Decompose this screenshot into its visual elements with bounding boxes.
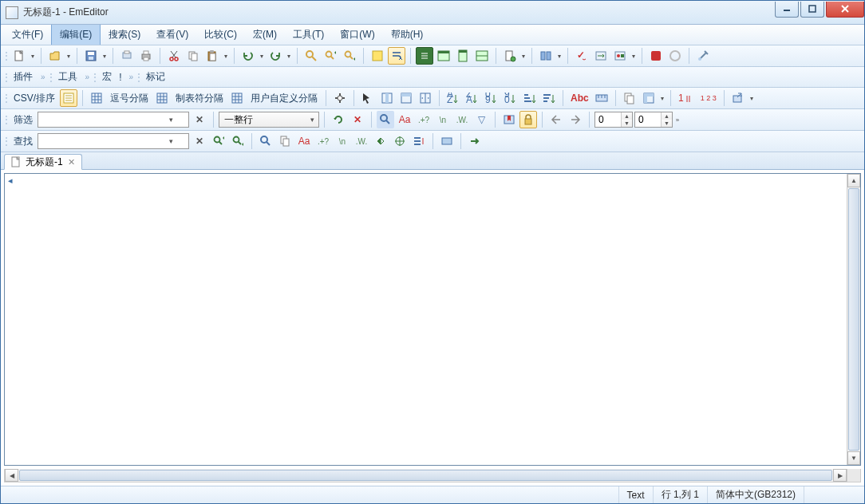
- print-preview-button[interactable]: [118, 47, 136, 65]
- new-file-dropdown[interactable]: ▾: [30, 47, 36, 65]
- cut-button[interactable]: [165, 47, 183, 65]
- find-input[interactable]: [38, 134, 164, 148]
- print-button[interactable]: [137, 47, 155, 65]
- filter-abort-button[interactable]: ✕: [349, 111, 366, 128]
- csv-detach-button[interactable]: [729, 89, 747, 107]
- sort-09-button[interactable]: 09: [483, 89, 500, 107]
- text-editor[interactable]: ◂: [5, 174, 847, 465]
- filter-incremental-button[interactable]: [377, 111, 394, 128]
- undo-dropdown[interactable]: ▾: [259, 47, 265, 65]
- find-selection-button[interactable]: [438, 132, 456, 150]
- paste-dropdown[interactable]: ▾: [223, 47, 229, 65]
- open-file-dropdown[interactable]: ▾: [65, 47, 72, 65]
- convert-button[interactable]: [592, 47, 610, 65]
- menu-macro[interactable]: 宏(M): [245, 25, 285, 45]
- customize-toolbar-button[interactable]: [694, 47, 712, 65]
- scroll-down-button[interactable]: ▼: [847, 451, 860, 465]
- csv-detach-dropdown[interactable]: ▾: [748, 89, 755, 107]
- spin-up[interactable]: ▲: [622, 112, 632, 120]
- menu-edit[interactable]: 编辑(E): [51, 25, 101, 45]
- find-wrap-button[interactable]: [372, 132, 389, 150]
- find-close-button[interactable]: ✕: [191, 132, 208, 150]
- comma-sep-button[interactable]: [88, 89, 105, 107]
- toggle-abc-button[interactable]: Abc: [568, 89, 591, 107]
- compare-button[interactable]: [537, 47, 555, 65]
- highlight-all-button[interactable]: [369, 47, 386, 65]
- status-encoding[interactable]: 简体中文(GB2312): [707, 486, 804, 503]
- filter-negative-button[interactable]: ▽: [472, 111, 490, 128]
- copy-button[interactable]: [184, 47, 202, 65]
- tab-sep-button[interactable]: [153, 89, 171, 107]
- filter-whole-word-button[interactable]: .W.: [453, 111, 471, 128]
- line-number-button[interactable]: 1: [676, 89, 697, 107]
- record-macro-button[interactable]: [647, 47, 665, 65]
- new-file-button[interactable]: [10, 47, 28, 65]
- filter-column-combo[interactable]: 一整行▾: [219, 112, 319, 128]
- normal-mode-button[interactable]: [60, 89, 77, 107]
- paste-button[interactable]: [203, 47, 221, 65]
- spell-check-button[interactable]: ✓: [573, 47, 590, 65]
- spin-down[interactable]: ▼: [622, 120, 632, 127]
- filter-close-button[interactable]: ✕: [191, 111, 208, 128]
- menu-compare[interactable]: 比较(C): [196, 25, 245, 45]
- custom-sep-label[interactable]: 用户自定义分隔: [247, 92, 321, 105]
- gripper-icon[interactable]: ⋮: [4, 136, 9, 147]
- custom-sep-button[interactable]: [228, 89, 246, 107]
- dropdown-arrow-icon[interactable]: ▾: [164, 116, 177, 124]
- view-normal-button[interactable]: [416, 47, 433, 65]
- gripper-icon[interactable]: ⋮: [4, 50, 9, 61]
- dedupe-button[interactable]: [621, 89, 638, 107]
- find-replace-next-button[interactable]: [466, 132, 484, 150]
- adjust-button[interactable]: [417, 89, 434, 107]
- status-type[interactable]: Text: [618, 486, 653, 503]
- toolbox-button[interactable]: [611, 47, 629, 65]
- filter-extra-dropdown[interactable]: »: [674, 111, 681, 128]
- tab-sep-label[interactable]: 制表符分隔: [172, 92, 227, 105]
- pivot-dropdown[interactable]: ▾: [659, 89, 666, 107]
- menu-view[interactable]: 查看(V): [148, 25, 196, 45]
- find-extract-button[interactable]: [276, 132, 294, 150]
- filter-regex-button[interactable]: .+?: [415, 111, 432, 128]
- filter-refresh-button[interactable]: [330, 111, 347, 128]
- ruler-button[interactable]: [593, 89, 610, 107]
- play-macro-button[interactable]: [666, 47, 684, 65]
- undo-button[interactable]: [239, 47, 257, 65]
- sort-az-button[interactable]: AZ: [444, 89, 462, 107]
- convert-sep-button[interactable]: [331, 89, 349, 107]
- dropdown-arrow-icon[interactable]: ▾: [164, 137, 177, 145]
- tab-close-button[interactable]: ✕: [68, 157, 75, 167]
- view-window-button[interactable]: [435, 47, 452, 65]
- scroll-up-button[interactable]: ▲: [847, 174, 860, 187]
- gripper-icon[interactable]: ⋮: [136, 72, 141, 83]
- horizontal-scrollbar[interactable]: ◀ ▶: [4, 469, 847, 482]
- maximize-button[interactable]: [800, 2, 824, 18]
- redo-dropdown[interactable]: ▾: [286, 47, 292, 65]
- find-regex-button[interactable]: .+?: [314, 132, 332, 150]
- vertical-scrollbar[interactable]: ▲ ▼: [847, 174, 860, 465]
- menu-search[interactable]: 搜索(S): [101, 25, 148, 45]
- find-button[interactable]: [302, 47, 320, 65]
- menu-window[interactable]: 窗口(W): [332, 25, 382, 45]
- comma-sep-label[interactable]: 逗号分隔: [107, 92, 152, 105]
- status-position[interactable]: 行 1,列 1: [653, 486, 707, 503]
- scroll-right-button[interactable]: ▶: [833, 469, 847, 482]
- filter-escape-button[interactable]: \n: [434, 111, 452, 128]
- sort-len-desc-button[interactable]: [540, 89, 558, 107]
- view-draft-button[interactable]: [473, 47, 491, 65]
- document-tab[interactable]: 无标题-1 ✕: [4, 154, 82, 170]
- save-dropdown[interactable]: ▾: [101, 47, 108, 65]
- filter-input[interactable]: [38, 112, 164, 127]
- spin-down[interactable]: ▼: [662, 120, 672, 127]
- open-file-button[interactable]: [46, 47, 64, 65]
- compare-dropdown[interactable]: ▾: [556, 47, 563, 65]
- filter-case-button[interactable]: Aa: [396, 111, 413, 128]
- find-prev2-button[interactable]: [210, 132, 227, 150]
- spin-up[interactable]: ▲: [662, 112, 672, 120]
- find-case-button[interactable]: Aa: [295, 132, 313, 150]
- large-file-dropdown[interactable]: ▾: [520, 47, 527, 65]
- scroll-left-button[interactable]: ◀: [5, 469, 18, 482]
- gripper-icon[interactable]: ⋮: [49, 72, 53, 83]
- find-center-button[interactable]: [391, 132, 409, 150]
- find-incremental2-button[interactable]: [257, 132, 275, 150]
- menu-help[interactable]: 帮助(H): [383, 25, 432, 45]
